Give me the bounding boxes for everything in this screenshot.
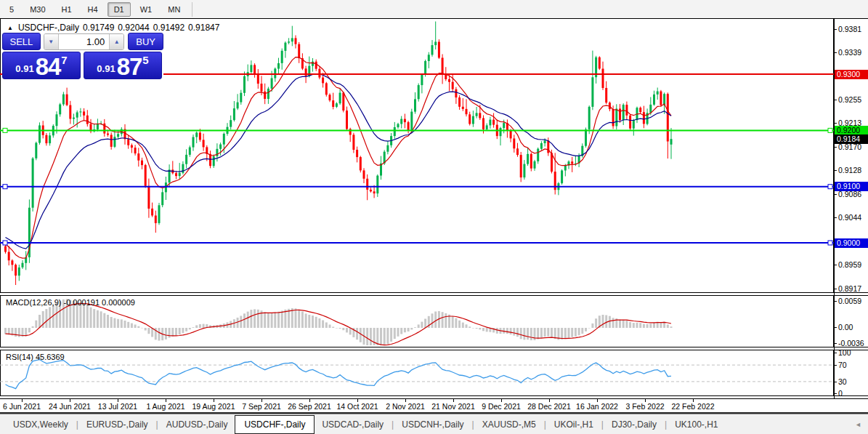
- price-tick: 0.9255: [838, 96, 861, 104]
- rsi-tick-mark: [834, 365, 837, 366]
- ohlc-high: 0.92044: [118, 23, 149, 33]
- date-label: 6 Jun 2021: [3, 402, 41, 411]
- rsi-tick-mark: [834, 353, 837, 353]
- macd-tick: 0.0059: [838, 297, 861, 305]
- rsi-tick: 100: [838, 349, 851, 357]
- chart-tab-usdx-weekly[interactable]: USDX,Weekly: [6, 417, 76, 433]
- date-label: 1 Aug 2021: [146, 402, 184, 411]
- ma-fast-line: [6, 57, 672, 259]
- price-tick-mark: [834, 170, 837, 171]
- macd-label: MACD(12,26,9) -0.000191 0.000009: [6, 298, 135, 307]
- hline-handle[interactable]: [828, 185, 832, 189]
- sell-price-sup: 7: [61, 54, 67, 66]
- rsi-indicator-panel[interactable]: [0, 350, 834, 395]
- price-level-label-0.9000: 0.9000: [835, 238, 868, 248]
- price-level-label-0.9100: 0.9100: [835, 182, 868, 191]
- sell-button[interactable]: SELL: [2, 33, 41, 50]
- date-label: 26 Sep 2021: [288, 402, 331, 411]
- chart-tab-bar: USDX,Weekly|EURUSD-,Daily|AUDUSD-,DailyU…: [0, 414, 868, 434]
- price-tick: 0.9044: [838, 214, 861, 222]
- hline-handle[interactable]: [3, 241, 7, 245]
- tab-separator: |: [392, 419, 394, 430]
- date-label: 7 Sep 2021: [242, 402, 281, 411]
- rsi-tick-mark: [834, 393, 837, 394]
- timeframe-button-W1[interactable]: W1: [134, 2, 159, 17]
- buy-price-big: 87: [117, 57, 142, 76]
- rsi-tick: 0: [838, 390, 843, 398]
- tab-separator: |: [665, 419, 667, 430]
- hline-handle[interactable]: [3, 128, 7, 132]
- rsi-line: [6, 360, 672, 389]
- hline-handle[interactable]: [828, 241, 832, 245]
- toolbar-separator: [192, 2, 192, 17]
- price-level-label-0.9300: 0.9300: [835, 70, 868, 79]
- tab-separator: |: [472, 419, 474, 430]
- date-label: 9 Dec 2021: [482, 402, 521, 411]
- price-tick-mark: [834, 29, 837, 30]
- buy-button[interactable]: BUY: [128, 33, 163, 50]
- chart-tab-eurusd-daily[interactable]: EURUSD-,Daily: [79, 417, 155, 433]
- buy-price-box[interactable]: 0.91 87 5: [84, 52, 162, 79]
- volume-decrease-icon[interactable]: ▼: [44, 34, 59, 49]
- timeframe-button-M30[interactable]: M30: [23, 2, 52, 17]
- timeframe-button-D1[interactable]: D1: [108, 2, 131, 17]
- current-price-label: 0.9184: [835, 134, 868, 144]
- chart-tab-ukoil-h1[interactable]: UKOil-,H1: [547, 417, 601, 433]
- price-tick-mark: [834, 147, 837, 148]
- price-tick: 0.9128: [838, 166, 861, 174]
- date-label: 21 Nov 2021: [431, 402, 475, 411]
- rsi-tick: 70: [838, 361, 847, 369]
- sell-price-box[interactable]: 0.91 84 7: [2, 52, 81, 79]
- ma-slow-line: [6, 74, 672, 249]
- price-tick-mark: [834, 100, 837, 100]
- date-label: 14 Oct 2021: [336, 402, 378, 411]
- buy-price-sup: 5: [142, 54, 148, 66]
- timeframe-button-H1[interactable]: H1: [55, 2, 78, 17]
- sell-price-prefix: 0.91: [15, 63, 33, 74]
- chart-tab-usdcnh-daily[interactable]: USDCNH-,Daily: [394, 417, 471, 433]
- chart-tab-usdcad-daily[interactable]: USDCAD-,Daily: [315, 417, 391, 433]
- volume-input[interactable]: 1.00: [59, 34, 109, 49]
- timeframe-toolbar: 5M30H1H4D1W1MN: [0, 0, 868, 18]
- tab-separator: |: [156, 419, 158, 430]
- macd-tick-mark: [834, 301, 837, 302]
- chart-tab-xauusd-m5[interactable]: XAUUSD-,M5: [475, 417, 543, 433]
- hline-handle[interactable]: [3, 185, 7, 189]
- macd-tick-mark: [834, 343, 837, 344]
- chart-tab-uk100-h1[interactable]: UK100-,H1: [668, 417, 725, 433]
- volume-spinner: ▼ 1.00 ▲: [44, 33, 124, 50]
- rsi-label: RSI(14) 45.6369: [6, 353, 65, 361]
- tab-separator: |: [76, 419, 78, 430]
- macd-tick-mark: [834, 327, 837, 328]
- price-tick-mark: [834, 217, 837, 218]
- chart-tab-usdchf-daily[interactable]: USDCHF-,Daily: [235, 415, 315, 434]
- rsi-tick: 30: [838, 378, 847, 386]
- volume-increase-icon[interactable]: ▲: [109, 34, 123, 49]
- tab-scroll-left-icon[interactable]: ◄: [855, 421, 861, 428]
- price-tick: 0.9086: [838, 190, 861, 198]
- date-label: 13 Jul 2021: [98, 402, 137, 411]
- timeframe-button-MN[interactable]: MN: [161, 2, 187, 17]
- price-tick: 0.8917: [838, 285, 861, 293]
- timeframe-button-H4[interactable]: H4: [81, 2, 105, 17]
- date-label: 28 Dec 2021: [527, 402, 571, 411]
- sell-price-big: 84: [36, 57, 61, 76]
- hline-handle[interactable]: [828, 128, 832, 132]
- ohlc-close: 0.91847: [188, 23, 219, 33]
- price-tick: 0.9170: [838, 143, 861, 151]
- rsi-tick-mark: [834, 382, 837, 382]
- price-tick-mark: [834, 194, 837, 195]
- chart-tab-audusd-daily[interactable]: AUDUSD-,Daily: [159, 417, 235, 433]
- date-axis: 6 Jun 202124 Jun 202113 Jul 20211 Aug 20…: [0, 399, 868, 412]
- timeframe-button-5[interactable]: 5: [3, 2, 20, 17]
- collapse-chart-icon[interactable]: ▲: [7, 25, 13, 31]
- date-label: 2 Nov 2021: [386, 402, 425, 411]
- chart-tab-dj30-daily[interactable]: DJ30-,Daily: [604, 417, 664, 433]
- ohlc-low: 0.91492: [153, 23, 184, 33]
- price-tick-mark: [834, 123, 837, 124]
- date-label: 19 Aug 2021: [192, 402, 235, 411]
- date-label: 24 Jun 2021: [49, 402, 91, 411]
- chart-title-row: ▲ USDCHF-,Daily 0.91749 0.92044 0.91492 …: [7, 23, 219, 33]
- trade-widget-prices: 0.91 84 7 0.91 87 5: [2, 52, 163, 79]
- price-tick-mark: [834, 265, 837, 265]
